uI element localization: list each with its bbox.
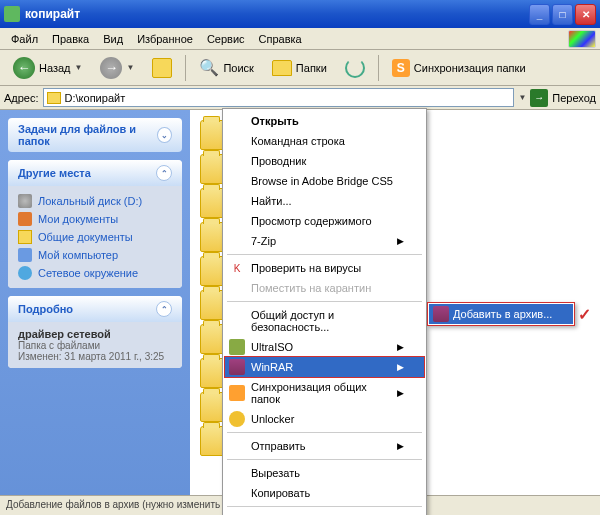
back-button[interactable]: ← Назад ▼ xyxy=(6,53,89,83)
menu-favorites[interactable]: Избранное xyxy=(130,31,200,47)
sidebar-item-mycomputer[interactable]: Мой компьютер xyxy=(18,246,172,264)
checkmark-annotation: ✓ xyxy=(578,305,591,324)
cm-unlocker[interactable]: Unlocker xyxy=(225,409,424,429)
tasks-title: Задачи для файлов и папок xyxy=(18,123,157,147)
cm-sync-folders[interactable]: Синхронизация общих папок▶ xyxy=(225,377,424,409)
refresh-button[interactable] xyxy=(338,54,372,82)
separator xyxy=(227,506,422,507)
places-panel-header[interactable]: Другие места ⌃ xyxy=(8,160,182,186)
addressbar: Адрес: D:\копирайт ▼ → Переход xyxy=(0,86,600,110)
go-label[interactable]: Переход xyxy=(552,92,596,104)
separator xyxy=(227,301,422,302)
cm-copy[interactable]: Копировать xyxy=(225,483,424,503)
sidebar-item-localdisk[interactable]: Локальный диск (D:) xyxy=(18,192,172,210)
toolbar: ← Назад ▼ → ▼ 🔍 Поиск Папки S Синхрониза… xyxy=(0,50,600,86)
folders-button[interactable]: Папки xyxy=(265,56,334,80)
cm-view-content[interactable]: Просмотр содержимого xyxy=(225,211,424,231)
back-icon: ← xyxy=(13,57,35,79)
cm-scan-virus[interactable]: KПроверить на вирусы xyxy=(225,258,424,278)
sidebar: Задачи для файлов и папок ⌄ Другие места… xyxy=(0,110,190,515)
cm-sharing[interactable]: Общий доступ и безопасность... xyxy=(225,305,424,337)
details-panel: Подробно ⌃ драйвер сетевой Папка с файла… xyxy=(8,296,182,368)
cm-find[interactable]: Найти... xyxy=(225,191,424,211)
forward-icon: → xyxy=(100,57,122,79)
arrow-right-icon: ▶ xyxy=(397,441,404,451)
winrar-icon xyxy=(229,359,245,375)
places-panel: Другие места ⌃ Локальный диск (D:) Мои д… xyxy=(8,160,182,288)
refresh-icon xyxy=(345,58,365,78)
documents-icon xyxy=(18,212,32,226)
sm-add-archive[interactable]: Добавить в архив... xyxy=(429,304,573,324)
menu-tools[interactable]: Сервис xyxy=(200,31,252,47)
chevron-down-icon[interactable]: ▼ xyxy=(518,93,526,102)
cm-ultraiso[interactable]: UltraISO▶ xyxy=(225,337,424,357)
chevron-up-icon: ⌃ xyxy=(156,165,172,181)
minimize-button[interactable]: _ xyxy=(529,4,550,25)
menubar: Файл Правка Вид Избранное Сервис Справка xyxy=(0,28,600,50)
cm-cut[interactable]: Вырезать xyxy=(225,463,424,483)
tasks-panel-header[interactable]: Задачи для файлов и папок ⌄ xyxy=(8,118,182,152)
selected-name: драйвер сетевой xyxy=(18,328,172,340)
cm-shortcut[interactable]: Создать ярлык xyxy=(225,510,424,515)
cm-cmd[interactable]: Командная строка xyxy=(225,131,424,151)
network-icon xyxy=(18,266,32,280)
go-button[interactable]: → xyxy=(530,89,548,107)
search-icon: 🔍 xyxy=(199,58,219,77)
sidebar-item-shared[interactable]: Общие документы xyxy=(18,228,172,246)
window-title: копирайт xyxy=(25,7,529,21)
sync-button[interactable]: S Синхронизация папки xyxy=(385,55,533,81)
folders-icon xyxy=(272,60,292,76)
cm-quarantine: Поместить на карантин xyxy=(225,278,424,298)
folder-up-icon xyxy=(152,58,172,78)
close-button[interactable]: ✕ xyxy=(575,4,596,25)
menu-file[interactable]: Файл xyxy=(4,31,45,47)
maximize-button[interactable]: □ xyxy=(552,4,573,25)
separator xyxy=(227,459,422,460)
back-label: Назад xyxy=(39,62,71,74)
details-panel-header[interactable]: Подробно ⌃ xyxy=(8,296,182,322)
cm-open[interactable]: Открыть xyxy=(225,111,424,131)
computer-icon xyxy=(18,248,32,262)
cm-bridge[interactable]: Browse in Adobe Bridge CS5 xyxy=(225,171,424,191)
address-input[interactable]: D:\копирайт xyxy=(43,88,515,107)
selected-modified: Изменен: 31 марта 2011 г., 3:25 xyxy=(18,351,172,362)
separator xyxy=(227,432,422,433)
tasks-panel: Задачи для файлов и папок ⌄ xyxy=(8,118,182,152)
arrow-right-icon: ▶ xyxy=(397,362,404,372)
sidebar-item-network[interactable]: Сетевое окружение xyxy=(18,264,172,282)
address-path: D:\копирайт xyxy=(65,92,126,104)
search-button[interactable]: 🔍 Поиск xyxy=(192,54,260,81)
unlocker-icon xyxy=(229,411,245,427)
places-title: Другие места xyxy=(18,167,91,179)
menu-view[interactable]: Вид xyxy=(96,31,130,47)
search-label: Поиск xyxy=(223,62,253,74)
app-icon xyxy=(4,6,20,22)
menu-help[interactable]: Справка xyxy=(252,31,309,47)
cm-winrar[interactable]: WinRAR▶ xyxy=(224,356,425,378)
arrow-right-icon: ▶ xyxy=(397,236,404,246)
chevron-down-icon: ▼ xyxy=(75,63,83,72)
details-title: Подробно xyxy=(18,303,73,315)
chevron-up-icon: ⌃ xyxy=(156,301,172,317)
address-label: Адрес: xyxy=(4,92,39,104)
winrar-submenu: Добавить в архив... xyxy=(427,302,575,326)
separator xyxy=(227,254,422,255)
sync-icon xyxy=(229,385,245,401)
menu-edit[interactable]: Правка xyxy=(45,31,96,47)
virus-icon: K xyxy=(229,260,245,276)
sync-label: Синхронизация папки xyxy=(414,62,526,74)
separator xyxy=(378,55,379,81)
cm-7zip[interactable]: 7-Zip▶ xyxy=(225,231,424,251)
cm-explorer[interactable]: Проводник xyxy=(225,151,424,171)
ultraiso-icon xyxy=(229,339,245,355)
arrow-right-icon: ▶ xyxy=(397,388,404,398)
separator xyxy=(185,55,186,81)
chevron-down-icon: ▼ xyxy=(126,63,134,72)
folder-icon xyxy=(47,92,61,104)
forward-button[interactable]: → ▼ xyxy=(93,53,141,83)
sidebar-item-mydocs[interactable]: Мои документы xyxy=(18,210,172,228)
up-button[interactable] xyxy=(145,54,179,82)
cm-send-to[interactable]: Отправить▶ xyxy=(225,436,424,456)
places-body: Локальный диск (D:) Мои документы Общие … xyxy=(8,186,182,288)
titlebar[interactable]: копирайт _ □ ✕ xyxy=(0,0,600,28)
